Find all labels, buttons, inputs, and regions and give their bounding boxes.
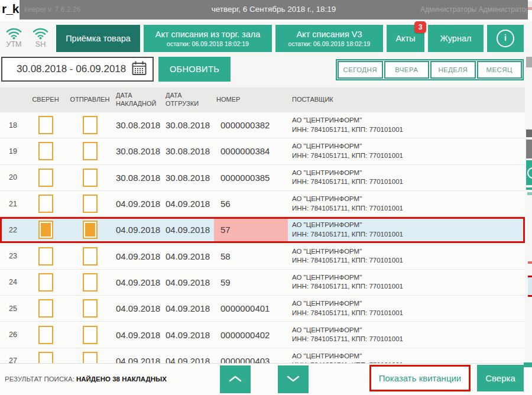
scrollbar-fragment[interactable] <box>526 57 532 67</box>
filter-month-button[interactable]: МЕСЯЦ <box>477 61 523 79</box>
window-edge-fragment <box>526 140 532 158</box>
ship-date-cell: 04.09.2018 <box>163 225 214 235</box>
date-range-picker[interactable]: 30.08.2018 - 06.09.2018 <box>1 57 154 82</box>
header-sent: ОТПРАВЛЕН <box>66 96 113 104</box>
checked-checkbox[interactable] <box>38 352 53 363</box>
supplier-inn-kpp: ИНН: 7841051711, КПП: 770101001 <box>292 125 525 135</box>
writeoff-act-hall-label: Акт списания из торг. зала <box>155 29 261 40</box>
refresh-button[interactable]: ОБНОВИТЬ <box>158 57 231 82</box>
table-row[interactable]: 26 04.09.2018 04.09.2018 0000000402 АО "… <box>0 322 525 348</box>
supplier-cell: АО "ЦЕНТРИНФОРМ" ИНН: 7841051711, КПП: 7… <box>288 299 525 318</box>
row-number: 19 <box>0 147 25 156</box>
writeoff-act-v3-button[interactable]: Акт списания V3 остатки: 06.09.2018 18:0… <box>275 25 383 52</box>
window-edge-fragment <box>526 187 532 190</box>
sent-checkbox[interactable] <box>83 169 98 187</box>
supplier-name: АО "ЦЕНТРИНФОРМ" <box>292 142 525 151</box>
goods-acceptance-button[interactable]: Приёмка товара <box>56 25 140 52</box>
table-row[interactable]: 19 30.08.2018 30.08.2018 0000000384 АО "… <box>0 138 525 164</box>
show-receipts-button[interactable]: Показать квитанции <box>369 365 471 391</box>
supplier-name: АО "ЦЕНТРИНФОРМ" <box>292 326 525 335</box>
row-number: 25 <box>0 305 25 313</box>
supplier-inn-kpp: ИНН: 7841051711, КПП: 770101001 <box>292 335 525 344</box>
checked-checkbox[interactable] <box>38 221 53 239</box>
supplier-cell: АО "ЦЕНТРИНФОРМ" ИНН: 7841051711, КПП: 7… <box>288 169 525 187</box>
sent-checkbox[interactable] <box>83 352 98 363</box>
table-row[interactable]: 25 04.09.2018 04.09.2018 0000000401 АО "… <box>0 296 525 322</box>
table-row[interactable]: 18 30.08.2018 30.08.2018 0000000382 АО "… <box>0 112 525 138</box>
scroll-up-button[interactable] <box>220 365 251 393</box>
acts-label: Акты <box>395 33 415 44</box>
invoice-date-cell: 30.08.2018 <box>113 120 163 130</box>
journal-button[interactable]: Журнал <box>428 25 484 52</box>
table-row[interactable]: 24 04.09.2018 04.09.2018 59 АО "ЦЕНТРИНФ… <box>0 270 525 296</box>
sent-checkbox[interactable] <box>83 116 98 134</box>
checked-checkbox[interactable] <box>38 142 53 160</box>
invoice-number-cell: 0000000401 <box>214 296 288 321</box>
writeoff-act-v3-subtitle: остатки: 06.09.2018 18:02:19 <box>288 40 371 48</box>
sent-checkbox[interactable] <box>83 142 98 160</box>
checked-checkbox[interactable] <box>38 169 53 187</box>
reconciliation-button[interactable]: Сверка <box>477 365 524 391</box>
app-logo: r_k <box>2 2 19 16</box>
invoice-number-cell: 0000000385 <box>214 165 288 190</box>
checked-checkbox[interactable] <box>38 247 53 266</box>
acts-button[interactable]: Акты 3 <box>387 25 424 52</box>
writeoff-act-hall-button[interactable]: Акт списания из торг. зала остатки: 06.0… <box>144 25 272 52</box>
row-number: 21 <box>0 200 25 208</box>
table-row[interactable]: 21 04.09.2018 04.09.2018 56 АО "ЦЕНТРИНФ… <box>0 191 525 217</box>
scroll-down-button[interactable] <box>278 365 309 393</box>
checked-checkbox[interactable] <box>38 195 53 213</box>
table-row[interactable]: 22 04.09.2018 04.09.2018 57 АО "ЦЕНТРИНФ… <box>0 217 525 243</box>
filter-today-button[interactable]: СЕГОДНЯ <box>338 61 383 79</box>
invoice-table-body: 18 30.08.2018 30.08.2018 0000000382 АО "… <box>0 112 525 363</box>
checked-checkbox[interactable] <box>38 273 53 292</box>
invoice-number-cell: 59 <box>214 270 288 295</box>
header-supplier: ПОСТАВЩИК <box>288 96 525 104</box>
table-row[interactable]: 27 04.09.2018 04.09.2018 0000000403 АО "… <box>0 348 525 363</box>
ship-date-cell: 30.08.2018 <box>163 146 214 156</box>
window-edge-fragment <box>524 362 532 367</box>
table-row[interactable]: 20 30.08.2018 30.08.2018 0000000385 АО "… <box>0 165 525 191</box>
sh-label: SH <box>35 40 46 48</box>
sent-checkbox[interactable] <box>83 326 98 344</box>
checked-checkbox[interactable] <box>38 116 53 134</box>
supplier-inn-kpp: ИНН: 7841051711, КПП: 770101001 <box>292 177 525 187</box>
supplier-name: АО "ЦЕНТРИНФОРМ" <box>292 195 525 204</box>
connection-status-group: УТМ SH <box>4 27 50 48</box>
invoice-number-cell: 0000000384 <box>214 138 288 164</box>
checked-checkbox[interactable] <box>38 326 53 344</box>
sent-checkbox[interactable] <box>83 221 98 239</box>
acts-count-badge: 3 <box>414 21 426 33</box>
sh-status: SH <box>31 27 50 48</box>
supplier-cell: АО "ЦЕНТРИНФОРМ" ИНН: 7841051711, КПП: 7… <box>288 352 525 363</box>
ship-date-cell: 30.08.2018 <box>163 173 214 183</box>
wifi-icon <box>31 27 50 40</box>
sent-checkbox[interactable] <box>83 273 98 292</box>
invoice-number-cell: 57 <box>214 217 288 242</box>
ship-date-cell: 04.09.2018 <box>163 277 214 287</box>
window-edge-fragment <box>528 261 532 264</box>
filter-yesterday-button[interactable]: ВЧЕРА <box>384 61 430 79</box>
row-number: 22 <box>0 226 25 234</box>
writeoff-act-hall-subtitle: остатки: 06.09.2018 18:02:19 <box>167 40 249 48</box>
sent-checkbox[interactable] <box>83 299 98 318</box>
info-button[interactable]: i <box>487 25 524 52</box>
supplier-cell: АО "ЦЕНТРИНФОРМ" ИНН: 7841051711, КПП: 7… <box>288 247 525 266</box>
sent-checkbox[interactable] <box>83 247 98 266</box>
invoice-number-cell: 58 <box>214 243 288 268</box>
checked-checkbox[interactable] <box>38 299 53 318</box>
header-invoice-date: ДАТА НАКЛАДНОЙ <box>113 92 163 108</box>
date-range-value: 30.08.2018 - 06.09.2018 <box>17 63 126 75</box>
row-number: 23 <box>0 252 25 260</box>
ship-date-cell: 04.09.2018 <box>163 199 214 209</box>
filter-week-button[interactable]: НЕДЕЛЯ <box>430 61 476 79</box>
supplier-inn-kpp: ИНН: 7841051711, КПП: 770101001 <box>292 204 525 213</box>
invoice-number-cell: 0000000382 <box>214 112 288 138</box>
supplier-inn-kpp: ИНН: 7841051711, КПП: 770101001 <box>292 309 525 318</box>
invoice-date-cell: 30.08.2018 <box>113 173 163 183</box>
chevron-down-icon <box>286 374 301 385</box>
table-row[interactable]: 23 04.09.2018 04.09.2018 58 АО "ЦЕНТРИНФ… <box>0 243 525 269</box>
quick-date-filter-group: СЕГОДНЯ ВЧЕРА НЕДЕЛЯ МЕСЯЦ <box>336 59 524 80</box>
sent-checkbox[interactable] <box>83 195 98 213</box>
supplier-cell: АО "ЦЕНТРИНФОРМ" ИНН: 7841051711, КПП: 7… <box>288 326 525 344</box>
